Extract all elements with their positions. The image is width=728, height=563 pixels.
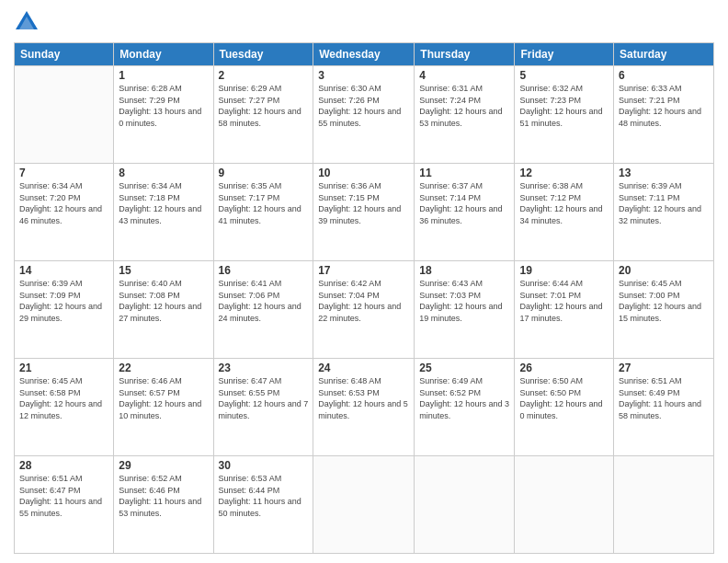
day-info: Sunrise: 6:49 AMSunset: 6:52 PMDaylight:… xyxy=(419,375,509,421)
day-number: 24 xyxy=(318,362,409,374)
day-info: Sunrise: 6:34 AMSunset: 7:20 PMDaylight:… xyxy=(19,180,108,226)
calendar-day-cell: 5Sunrise: 6:32 AMSunset: 7:23 PMDaylight… xyxy=(515,66,614,164)
day-number: 6 xyxy=(619,69,709,82)
day-info: Sunrise: 6:38 AMSunset: 7:12 PMDaylight:… xyxy=(519,180,609,226)
day-of-week-header: Saturday xyxy=(614,43,714,66)
calendar-day-cell: 25Sunrise: 6:49 AMSunset: 6:52 PMDayligh… xyxy=(415,359,515,456)
day-info: Sunrise: 6:50 AMSunset: 6:50 PMDaylight:… xyxy=(519,375,609,421)
day-number: 1 xyxy=(119,69,208,82)
calendar-day-cell: 18Sunrise: 6:43 AMSunset: 7:03 PMDayligh… xyxy=(415,261,515,359)
calendar-day-cell: 4Sunrise: 6:31 AMSunset: 7:24 PMDaylight… xyxy=(415,66,515,164)
calendar-day-cell xyxy=(515,456,614,554)
day-number: 11 xyxy=(419,167,509,179)
day-number: 18 xyxy=(419,264,509,277)
day-info: Sunrise: 6:42 AMSunset: 7:04 PMDaylight:… xyxy=(318,278,409,324)
calendar-day-cell: 9Sunrise: 6:35 AMSunset: 7:17 PMDaylight… xyxy=(213,164,313,261)
day-number: 28 xyxy=(19,459,108,472)
day-info: Sunrise: 6:47 AMSunset: 6:55 PMDaylight:… xyxy=(219,375,309,421)
day-number: 20 xyxy=(619,264,709,277)
day-info: Sunrise: 6:44 AMSunset: 7:01 PMDaylight:… xyxy=(519,278,609,324)
calendar-day-cell: 11Sunrise: 6:37 AMSunset: 7:14 PMDayligh… xyxy=(415,164,515,261)
logo-icon xyxy=(14,9,40,35)
calendar-day-cell: 24Sunrise: 6:48 AMSunset: 6:53 PMDayligh… xyxy=(313,359,415,456)
calendar-day-cell xyxy=(415,456,515,554)
day-number: 17 xyxy=(318,264,409,277)
day-of-week-header: Sunday xyxy=(15,43,114,66)
calendar-day-cell: 15Sunrise: 6:40 AMSunset: 7:08 PMDayligh… xyxy=(114,261,213,359)
calendar-day-cell: 30Sunrise: 6:53 AMSunset: 6:44 PMDayligh… xyxy=(213,456,313,554)
calendar-day-cell: 22Sunrise: 6:46 AMSunset: 6:57 PMDayligh… xyxy=(114,359,213,456)
day-info: Sunrise: 6:41 AMSunset: 7:06 PMDaylight:… xyxy=(219,278,309,324)
day-info: Sunrise: 6:28 AMSunset: 7:29 PMDaylight:… xyxy=(119,83,208,129)
calendar-header-row: SundayMondayTuesdayWednesdayThursdayFrid… xyxy=(15,43,714,66)
calendar-day-cell: 14Sunrise: 6:39 AMSunset: 7:09 PMDayligh… xyxy=(15,261,114,359)
day-info: Sunrise: 6:39 AMSunset: 7:09 PMDaylight:… xyxy=(19,278,108,324)
day-of-week-header: Monday xyxy=(114,43,213,66)
day-number: 14 xyxy=(19,264,108,277)
day-number: 8 xyxy=(119,167,208,179)
day-info: Sunrise: 6:46 AMSunset: 6:57 PMDaylight:… xyxy=(119,375,208,421)
day-info: Sunrise: 6:37 AMSunset: 7:14 PMDaylight:… xyxy=(419,180,509,226)
calendar-day-cell: 10Sunrise: 6:36 AMSunset: 7:15 PMDayligh… xyxy=(313,164,415,261)
day-info: Sunrise: 6:45 AMSunset: 7:00 PMDaylight:… xyxy=(619,278,709,324)
calendar-day-cell: 2Sunrise: 6:29 AMSunset: 7:27 PMDaylight… xyxy=(213,66,313,164)
day-info: Sunrise: 6:32 AMSunset: 7:23 PMDaylight:… xyxy=(519,83,609,129)
calendar-day-cell: 16Sunrise: 6:41 AMSunset: 7:06 PMDayligh… xyxy=(213,261,313,359)
day-info: Sunrise: 6:33 AMSunset: 7:21 PMDaylight:… xyxy=(619,83,709,129)
calendar-day-cell: 23Sunrise: 6:47 AMSunset: 6:55 PMDayligh… xyxy=(213,359,313,456)
calendar-day-cell: 8Sunrise: 6:34 AMSunset: 7:18 PMDaylight… xyxy=(114,164,213,261)
day-number: 16 xyxy=(219,264,309,277)
calendar-week-row: 14Sunrise: 6:39 AMSunset: 7:09 PMDayligh… xyxy=(15,261,714,359)
calendar-day-cell: 13Sunrise: 6:39 AMSunset: 7:11 PMDayligh… xyxy=(614,164,714,261)
day-info: Sunrise: 6:51 AMSunset: 6:47 PMDaylight:… xyxy=(19,473,108,519)
day-info: Sunrise: 6:39 AMSunset: 7:11 PMDaylight:… xyxy=(619,180,709,226)
calendar-week-row: 21Sunrise: 6:45 AMSunset: 6:58 PMDayligh… xyxy=(15,359,714,456)
day-info: Sunrise: 6:51 AMSunset: 6:49 PMDaylight:… xyxy=(619,375,709,421)
day-number: 25 xyxy=(419,362,509,374)
day-info: Sunrise: 6:35 AMSunset: 7:17 PMDaylight:… xyxy=(219,180,309,226)
day-number: 29 xyxy=(119,459,208,472)
day-number: 9 xyxy=(219,167,309,179)
calendar-day-cell: 6Sunrise: 6:33 AMSunset: 7:21 PMDaylight… xyxy=(614,66,714,164)
calendar-day-cell xyxy=(313,456,415,554)
day-number: 13 xyxy=(619,167,709,179)
calendar-day-cell: 28Sunrise: 6:51 AMSunset: 6:47 PMDayligh… xyxy=(15,456,114,554)
day-number: 4 xyxy=(419,69,509,82)
day-of-week-header: Thursday xyxy=(415,43,515,66)
day-number: 5 xyxy=(519,69,609,82)
calendar-week-row: 7Sunrise: 6:34 AMSunset: 7:20 PMDaylight… xyxy=(15,164,714,261)
calendar-day-cell: 3Sunrise: 6:30 AMSunset: 7:26 PMDaylight… xyxy=(313,66,415,164)
day-info: Sunrise: 6:31 AMSunset: 7:24 PMDaylight:… xyxy=(419,83,509,129)
calendar-day-cell: 1Sunrise: 6:28 AMSunset: 7:29 PMDaylight… xyxy=(114,66,213,164)
day-number: 2 xyxy=(219,69,309,82)
day-info: Sunrise: 6:34 AMSunset: 7:18 PMDaylight:… xyxy=(119,180,208,226)
day-of-week-header: Wednesday xyxy=(313,43,415,66)
day-info: Sunrise: 6:43 AMSunset: 7:03 PMDaylight:… xyxy=(419,278,509,324)
calendar-day-cell xyxy=(614,456,714,554)
calendar-day-cell xyxy=(15,66,114,164)
day-number: 26 xyxy=(519,362,609,374)
day-of-week-header: Friday xyxy=(515,43,614,66)
calendar-day-cell: 29Sunrise: 6:52 AMSunset: 6:46 PMDayligh… xyxy=(114,456,213,554)
day-number: 30 xyxy=(219,459,309,472)
day-number: 21 xyxy=(19,362,108,374)
calendar-day-cell: 21Sunrise: 6:45 AMSunset: 6:58 PMDayligh… xyxy=(15,359,114,456)
day-info: Sunrise: 6:48 AMSunset: 6:53 PMDaylight:… xyxy=(318,375,409,421)
header xyxy=(14,9,714,35)
day-info: Sunrise: 6:30 AMSunset: 7:26 PMDaylight:… xyxy=(318,83,409,129)
day-info: Sunrise: 6:52 AMSunset: 6:46 PMDaylight:… xyxy=(119,473,208,519)
calendar-day-cell: 27Sunrise: 6:51 AMSunset: 6:49 PMDayligh… xyxy=(614,359,714,456)
day-number: 12 xyxy=(519,167,609,179)
day-number: 19 xyxy=(519,264,609,277)
calendar-day-cell: 7Sunrise: 6:34 AMSunset: 7:20 PMDaylight… xyxy=(15,164,114,261)
day-info: Sunrise: 6:53 AMSunset: 6:44 PMDaylight:… xyxy=(219,473,309,519)
calendar-day-cell: 19Sunrise: 6:44 AMSunset: 7:01 PMDayligh… xyxy=(515,261,614,359)
day-number: 7 xyxy=(19,167,108,179)
calendar-week-row: 28Sunrise: 6:51 AMSunset: 6:47 PMDayligh… xyxy=(15,456,714,554)
day-number: 15 xyxy=(119,264,208,277)
calendar: SundayMondayTuesdayWednesdayThursdayFrid… xyxy=(14,42,714,554)
calendar-week-row: 1Sunrise: 6:28 AMSunset: 7:29 PMDaylight… xyxy=(15,66,714,164)
page: SundayMondayTuesdayWednesdayThursdayFrid… xyxy=(0,0,728,563)
day-number: 27 xyxy=(619,362,709,374)
calendar-day-cell: 12Sunrise: 6:38 AMSunset: 7:12 PMDayligh… xyxy=(515,164,614,261)
